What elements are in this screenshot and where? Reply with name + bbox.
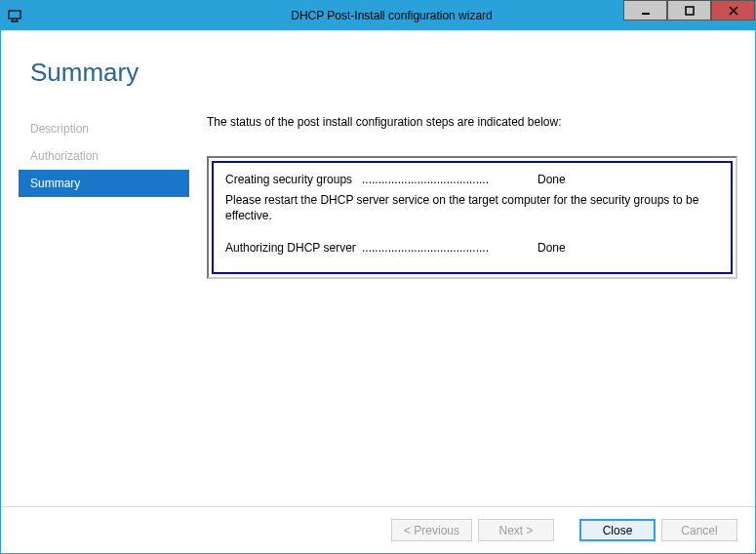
step-status: Done	[537, 173, 566, 186]
sidebar: Description Authorization Summary	[19, 115, 189, 506]
window-controls	[623, 1, 755, 30]
main-area: Description Authorization Summary The st…	[1, 115, 755, 506]
next-button: Next >	[478, 519, 554, 541]
app-icon	[7, 8, 22, 23]
step-status: Done	[537, 241, 566, 255]
previous-button: < Previous	[391, 519, 472, 541]
titlebar: DHCP Post-Install configuration wizard	[1, 1, 755, 30]
status-panel-inner: Creating security groups ...............…	[212, 161, 733, 274]
step-label: Authorizing DHCP server	[225, 241, 362, 255]
step-dots: .......................................	[362, 173, 528, 186]
button-gap	[560, 519, 574, 541]
svg-rect-0	[9, 11, 20, 19]
wizard-window: DHCP Post-Install configuration wizard S…	[0, 0, 756, 554]
minimize-button[interactable]	[623, 0, 667, 20]
step-label: Creating security groups	[225, 173, 362, 186]
page-heading: Summary	[1, 30, 755, 115]
status-row: Creating security groups ...............…	[225, 173, 719, 186]
step-dots: .......................................	[362, 241, 528, 255]
sidebar-item-description[interactable]: Description	[19, 115, 189, 142]
close-window-button[interactable]	[711, 0, 755, 20]
status-description: The status of the post install configura…	[207, 115, 737, 129]
sidebar-item-summary[interactable]: Summary	[19, 170, 189, 197]
close-button[interactable]: Close	[579, 519, 656, 541]
content-area: The status of the post install configura…	[189, 115, 737, 506]
status-row: Authorizing DHCP server ................…	[225, 241, 719, 255]
maximize-button[interactable]	[667, 0, 711, 20]
wizard-body: Summary Description Authorization Summar…	[1, 30, 755, 553]
footer: < Previous Next > Close Cancel	[1, 506, 755, 553]
status-panel: Creating security groups ...............…	[207, 156, 737, 279]
svg-rect-5	[686, 7, 694, 15]
sidebar-item-authorization[interactable]: Authorization	[19, 142, 189, 170]
restart-message: Please restart the DHCP server service o…	[225, 192, 719, 223]
cancel-button: Cancel	[661, 519, 737, 541]
